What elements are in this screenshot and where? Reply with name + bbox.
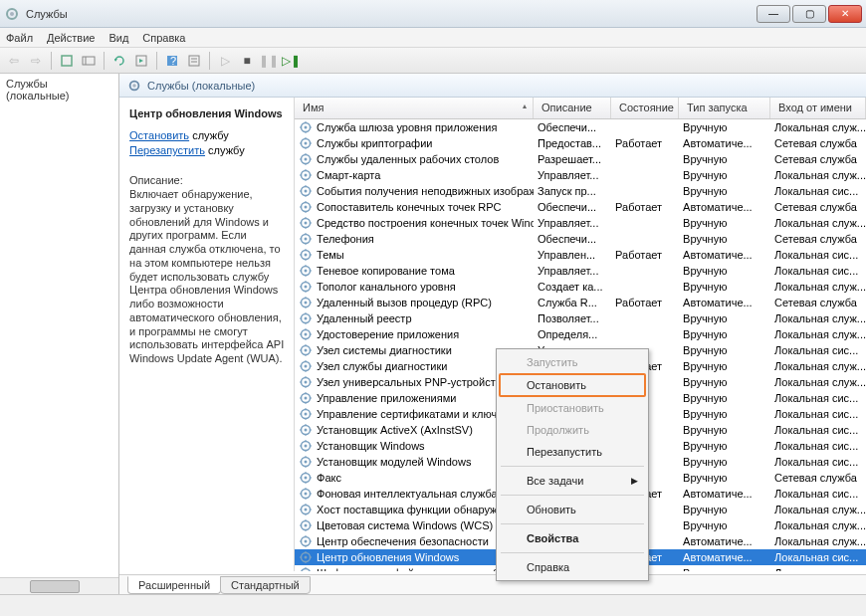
service-start: Вручную [679,440,770,452]
service-icon [299,423,313,437]
service-row[interactable]: Службы криптографииПредостав...РаботаетА… [295,135,866,151]
service-name: Узел системы диагностики [317,344,452,356]
service-row[interactable]: События получения неподвижных изображен.… [295,183,866,199]
service-state: Работает [611,297,679,308]
close-button[interactable]: ✕ [828,5,862,23]
service-icon [299,168,313,182]
service-row[interactable]: Удостоверение приложенияОпределя...Вручн… [295,326,866,342]
service-desc: Управлен... [534,249,611,261]
col-state[interactable]: Состояние [611,98,679,118]
export-icon[interactable] [131,51,151,71]
scrollbar-thumb[interactable] [30,580,80,593]
back-button[interactable]: ⇦ [4,51,24,71]
toolbar-icon-1[interactable] [57,51,77,71]
tab-extended[interactable]: Расширенный [127,576,221,594]
restart-service-link[interactable]: Перезапустить [129,144,205,156]
service-desc: Запуск пр... [534,185,611,197]
main-area: Службы (локальные) Службы (локальные) Це… [0,74,866,594]
service-logon: Локальная служ... [770,328,866,340]
service-row[interactable]: Тополог канального уровняСоздает ка...Вр… [295,279,866,295]
service-logon: Локальная сис... [770,424,866,436]
service-logon: Сетевая служба [770,201,866,213]
service-name: Удаленный реестр [317,312,411,324]
service-logon: Локальная сис... [770,567,866,571]
properties-icon[interactable] [184,51,204,71]
ctx-refresh[interactable]: Обновить [499,499,646,520]
restart-service-icon[interactable]: ▷❚ [281,51,301,71]
minimize-button[interactable]: — [757,5,790,23]
pause-service-icon[interactable]: ❚❚ [259,51,279,71]
service-logon: Локальная служ... [770,376,866,388]
app-icon [4,6,20,22]
service-row[interactable]: ТемыУправлен...РаботаетАвтоматиче...Лока… [295,247,866,263]
service-start: Вручную [679,328,770,340]
detail-pane: Центр обновления Windows Остановить служ… [119,98,295,571]
scrollbar-horizontal[interactable] [0,577,118,594]
tree-pane[interactable]: Службы (локальные) [0,74,119,594]
col-name[interactable]: Имя▴ [295,98,534,118]
col-logon[interactable]: Вход от имени [770,98,866,118]
service-row[interactable]: Удаленный реестрПозволяет...ВручнуюЛокал… [295,310,866,326]
help-icon[interactable]: ? [162,51,182,71]
menu-help[interactable]: Справка [142,32,185,44]
service-row[interactable]: Удаленный вызов процедур (RPC)Служба R..… [295,295,866,310]
service-row[interactable]: Теневое копирование томаУправляет...Вруч… [295,263,866,279]
service-logon: Локальная служ... [770,121,866,133]
context-menu: Запустить Остановить Приостановить Продо… [496,348,649,581]
service-logon: Сетевая служба [770,153,866,165]
tree-root[interactable]: Службы (локальные) [6,78,69,102]
tabs-bar: Расширенный Стандартный [119,574,866,594]
service-row[interactable]: Сопоставитель конечных точек RPCОбеспечи… [295,199,866,215]
service-row[interactable]: ТелефонияОбеспечи...ВручнуюСетевая служб… [295,231,866,247]
service-start: Вручную [679,360,770,372]
service-icon [299,550,313,564]
stop-service-link[interactable]: Остановить [129,129,189,141]
service-icon [299,248,313,262]
service-row[interactable]: Служба шлюза уровня приложенияОбеспечи..… [295,119,866,135]
service-name: Темы [317,249,344,261]
tab-standard[interactable]: Стандартный [220,576,311,594]
ctx-restart[interactable]: Перезапустить [499,441,646,463]
service-row[interactable]: Смарт-картаУправляет...ВручнуюЛокальная … [295,167,866,183]
service-logon: Сетевая служба [770,137,866,149]
service-name: Удаленный вызов процедур (RPC) [317,297,492,308]
toolbar-icon-2[interactable] [79,51,99,71]
ctx-help[interactable]: Справка [499,556,646,578]
service-name: Шифрованная файловая система (EFS) [317,567,521,571]
submenu-arrow-icon: ▶ [631,476,638,486]
menu-view[interactable]: Вид [108,32,128,44]
svg-point-94 [305,333,308,336]
service-logon: Локальная служ... [770,519,866,531]
menu-file[interactable]: Файл [6,32,33,44]
service-icon [299,296,313,309]
service-logon: Локальная сис... [770,551,866,563]
service-icon [299,407,313,421]
gear-icon [127,79,141,93]
col-description[interactable]: Описание [534,98,611,118]
service-logon: Сетевая служба [770,297,866,308]
maximize-button[interactable]: ▢ [792,5,826,23]
stop-service-icon[interactable]: ■ [237,51,257,71]
ctx-alltasks[interactable]: Все задачи▶ [499,470,646,492]
service-icon [299,152,313,166]
forward-button[interactable]: ⇨ [26,51,46,71]
service-row[interactable]: Службы удаленных рабочих столовРазрешает… [295,151,866,167]
refresh-icon[interactable] [109,51,129,71]
service-logon: Сетевая служба [770,472,866,484]
menu-action[interactable]: Действие [47,32,95,44]
service-row[interactable]: Средство построения конечных точек Windo… [295,215,866,231]
service-state: Работает [611,201,679,213]
service-icon [299,327,313,341]
start-service-icon[interactable]: ▷ [215,51,235,71]
service-logon: Локальная служ... [770,312,866,324]
service-start: Вручную [679,344,770,356]
svg-point-16 [305,126,308,129]
service-icon [299,136,313,150]
col-startup[interactable]: Тип запуска [679,98,770,118]
service-desc: Позволяет... [534,312,611,324]
ctx-stop[interactable]: Остановить [499,373,646,397]
service-desc: Разрешает... [534,153,611,165]
svg-point-106 [305,365,308,368]
ctx-properties[interactable]: Свойства [499,527,646,549]
svg-point-178 [305,556,308,559]
